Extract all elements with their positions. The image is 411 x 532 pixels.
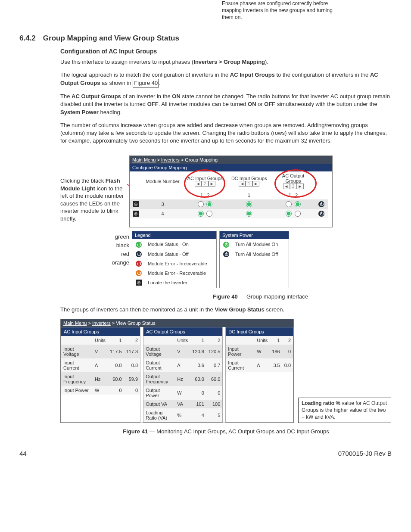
subheading: Configuration of AC Input Groups — [60, 48, 392, 55]
locate-icon[interactable]: ◎ — [133, 201, 139, 207]
paragraph: Use this interface to assign inverters t… — [60, 58, 392, 66]
module-number: 4 — [142, 209, 183, 218]
radio[interactable] — [286, 201, 292, 207]
col-module-number: Module Number — [142, 171, 183, 191]
all-off-button[interactable]: ⏻ — [223, 251, 229, 257]
crumb-link[interactable]: Main Menu — [132, 157, 156, 162]
paragraph: The logical approach is to match the con… — [60, 71, 392, 87]
figure-caption: Figure 41 — Monitoring AC Input Groups, … — [60, 428, 392, 435]
group-pager[interactable]: ◄2► — [186, 181, 224, 187]
view-group-status-panel: Main Menu > Inverters > View Group Statu… — [60, 319, 294, 423]
legend-panel: Legend ⏻Module Status - On ⏻Module Statu… — [132, 231, 217, 288]
radio[interactable] — [206, 211, 212, 217]
system-power-panel: System Power ⏻Turn All Modules On ⏻Turn … — [219, 231, 289, 288]
figure-caption: Figure 40 — Figure 40 — Group mapping in… — [129, 293, 392, 300]
loading-ratio-note: Loading ratio % value for AC Output Grou… — [298, 398, 391, 423]
radio[interactable] — [246, 201, 252, 207]
status-off-icon: ⏻ — [136, 251, 142, 257]
dc-input-groups-panel: DC Input Groups Units12 Input PowerW1860… — [225, 327, 293, 423]
radio[interactable] — [295, 211, 301, 217]
error-icon: ⏻ — [136, 270, 142, 276]
power-icon[interactable]: ⏻ — [318, 211, 324, 217]
locate-icon: ◎ — [136, 280, 142, 286]
crumb-current: View Group Status — [116, 320, 156, 326]
ac-output-groups-panel: AC Output Groups Units12 Output VoltageV… — [143, 327, 223, 423]
radio[interactable] — [198, 201, 204, 207]
group-pager[interactable]: ◄1► — [230, 181, 268, 187]
page-number: 44 — [19, 450, 27, 457]
error-icon: ⏻ — [136, 261, 142, 267]
ac-input-groups-panel: AC Input Groups Units12 Input VoltageV11… — [61, 327, 140, 423]
figure-link[interactable]: Figure 40 — [133, 79, 159, 87]
power-icon[interactable]: ⏻ — [318, 201, 324, 207]
module-number: 3 — [142, 199, 183, 209]
radio[interactable] — [198, 211, 204, 217]
radio[interactable] — [246, 211, 252, 217]
panel-subtitle: Configure Group Mapping — [130, 164, 332, 171]
crumb-current: Group Mapping — [185, 157, 218, 162]
crumb-link[interactable]: Inverters — [92, 320, 111, 326]
top-warning-note: Ensure phases are configured correctly b… — [222, 0, 342, 21]
paragraph: The groups of inverters can then be moni… — [60, 306, 392, 314]
breadcrumb: Main Menu > Inverters > View Group Statu… — [61, 319, 293, 327]
status-on-icon: ⏻ — [136, 242, 142, 248]
col-dc-input: DC Input Groups — [230, 176, 268, 181]
crumb-link[interactable]: Main Menu — [63, 320, 87, 326]
radio[interactable] — [295, 201, 301, 207]
radio[interactable] — [206, 201, 212, 207]
all-on-button[interactable]: ⏻ — [223, 242, 229, 248]
paragraph: The AC Output Groups of an inverter in t… — [60, 93, 392, 116]
section-heading: 6.4.2 Group Mapping and View Group Statu… — [19, 34, 392, 43]
col-ac-output: AC Output Groups — [274, 173, 312, 184]
crumb-link[interactable]: Inverters — [161, 157, 180, 162]
doc-id: 0700015-J0 Rev B — [338, 450, 392, 457]
group-mapping-panel: Main Menu > Inverters > Group Mapping Co… — [129, 156, 333, 227]
locate-icon[interactable]: ◎ — [133, 211, 139, 217]
paragraph: The number of columns increase when grou… — [60, 121, 392, 145]
group-pager[interactable]: ◄2► — [274, 184, 312, 189]
col-ac-input: AC Input Groups — [186, 176, 224, 181]
breadcrumb: Main Menu > Inverters > Group Mapping — [130, 156, 332, 164]
radio[interactable] — [286, 211, 292, 217]
side-note: Clicking the black Flash Module Light ic… — [60, 177, 129, 222]
